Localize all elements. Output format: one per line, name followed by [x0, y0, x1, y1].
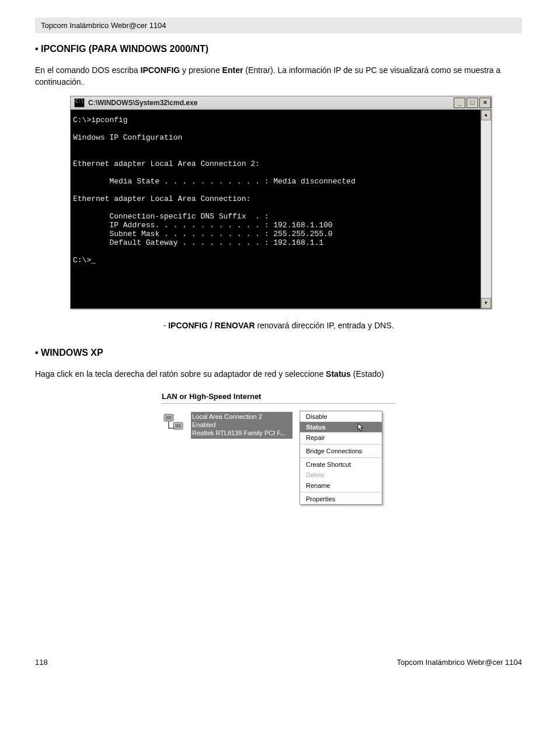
menu-item-repair[interactable]: Repair	[300, 432, 382, 443]
cmd-titlebar: C:\WINDOWS\System32\cmd.exe _ □ ×	[71, 96, 491, 110]
document-header: Topcom Inalámbrico Webr@cer 1104	[35, 18, 522, 33]
cmd-body-wrap: C:\>ipconfig Windows IP Configuration Et…	[71, 110, 491, 308]
cmd-title: C:\WINDOWS\System32\cmd.exe	[88, 99, 452, 107]
scroll-down-button[interactable]: ▾	[481, 298, 491, 308]
section-heading-ipconfig: • IPCONFIG (PARA WINDOWS 2000/NT)	[35, 44, 522, 54]
xp-connection-selected[interactable]: Local Area Connection 2 Enabled Realtek …	[191, 412, 293, 439]
scrollbar[interactable]: ▴ ▾	[481, 110, 491, 308]
text: renovará dirección IP, entrada y DNS.	[255, 321, 394, 330]
network-adapter-icon	[162, 412, 187, 435]
page-number: 118	[35, 658, 48, 667]
svg-rect-1	[166, 416, 172, 419]
xp-section-heading: LAN or High-Speed Internet	[162, 392, 395, 404]
text-bold: Enter	[222, 65, 243, 75]
minimize-button[interactable]: _	[454, 98, 465, 108]
cmd-output: C:\>ipconfig Windows IP Configuration Et…	[71, 110, 481, 308]
scroll-track[interactable]	[481, 120, 491, 298]
text-bold: Status	[326, 369, 351, 379]
text-bold: IPCONFIG	[141, 65, 180, 75]
connection-state: Enabled	[192, 421, 291, 429]
menu-item-delete: Delete	[300, 470, 382, 480]
text: Haga click en la tecla derecha del ratón…	[35, 369, 326, 379]
menu-item-properties[interactable]: Properties	[300, 494, 382, 504]
menu-item-status[interactable]: Status	[300, 422, 382, 432]
text-dot: .	[83, 77, 86, 86]
text-bold: IPCONFIG / RENOVAR	[168, 321, 255, 330]
maximize-button[interactable]: □	[467, 98, 478, 108]
text: En el comando DOS escriba	[35, 65, 141, 75]
scroll-up-button[interactable]: ▴	[481, 110, 491, 120]
text: -	[163, 321, 169, 330]
close-button[interactable]: ×	[479, 98, 491, 108]
section-heading-winxp: • WINDOWS XP	[35, 348, 522, 358]
menu-separator	[301, 457, 381, 458]
caption-ipconfig-renew: - IPCONFIG / RENOVAR renovará dirección …	[35, 321, 522, 330]
cmd-window: C:\WINDOWS\System32\cmd.exe _ □ × C:\>ip…	[70, 96, 492, 309]
cmd-prompt-icon	[74, 98, 85, 107]
context-menu: Disable Status Repair Bridge Connections…	[300, 411, 382, 505]
text: y presione	[180, 65, 222, 75]
text: (Estado)	[351, 369, 384, 379]
window-controls: _ □ ×	[452, 98, 491, 108]
paragraph-winxp-intro: Haga click en la tecla derecha del ratón…	[35, 369, 522, 380]
svg-rect-3	[175, 424, 181, 428]
menu-item-bridge[interactable]: Bridge Connections	[300, 446, 382, 456]
paragraph-ipconfig-intro: En el comando DOS escriba IPCONFIG y pre…	[35, 65, 522, 88]
connection-name: Local Area Connection 2	[192, 412, 291, 421]
menu-separator	[301, 444, 381, 445]
page-footer: 118 Topcom Inalámbrico Webr@cer 1104	[35, 658, 522, 667]
menu-separator	[301, 492, 381, 493]
footer-text: Topcom Inalámbrico Webr@cer 1104	[396, 658, 522, 667]
xp-connection-row: Local Area Connection 2 Enabled Realtek …	[162, 412, 395, 506]
menu-label: Status	[306, 424, 326, 431]
menu-item-shortcut[interactable]: Create Shortcut	[300, 459, 382, 470]
connection-adapter: Realtek RTL8139 Family PCI F...	[192, 429, 291, 437]
menu-item-rename[interactable]: Rename	[300, 480, 382, 491]
menu-item-disable[interactable]: Disable	[300, 411, 382, 422]
xp-network-panel: LAN or High-Speed Internet Local Area Co…	[162, 392, 395, 506]
